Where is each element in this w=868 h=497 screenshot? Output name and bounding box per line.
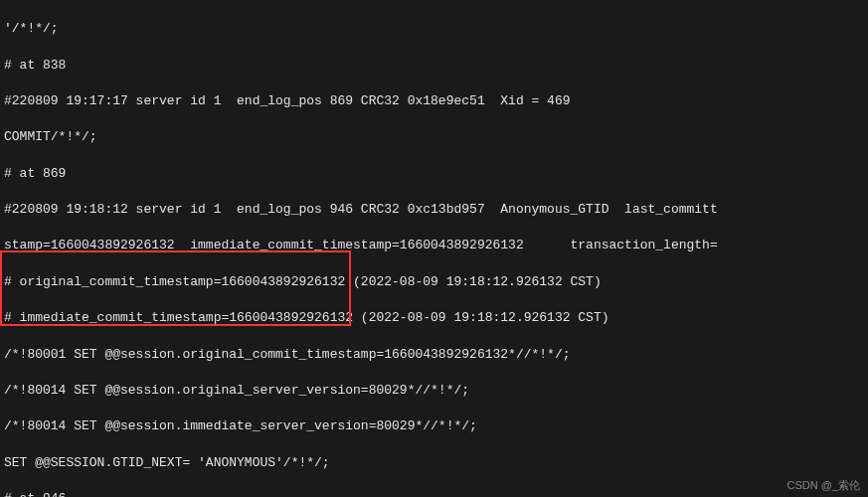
log-line: #220809 19:18:12 server id 1 end_log_pos… <box>4 201 864 219</box>
log-line: # at 869 <box>4 165 864 183</box>
log-line: /*!80001 SET @@session.original_commit_t… <box>4 346 864 364</box>
log-line: /*!80014 SET @@session.immediate_server_… <box>4 417 864 435</box>
log-line: SET @@SESSION.GTID_NEXT= 'ANONYMOUS'/*!*… <box>4 454 864 472</box>
terminal-output[interactable]: '/*!*/; # at 838 #220809 19:17:17 server… <box>0 0 868 497</box>
log-line-highlighted: # at 946 <box>4 490 864 497</box>
watermark-text: CSDN @_索伦 <box>786 478 860 493</box>
log-line: stamp=1660043892926132 immediate_commit_… <box>4 237 864 254</box>
log-line: COMMIT/*!*/; <box>4 128 864 146</box>
log-line: # immediate_commit_timestamp=16600438929… <box>4 309 864 327</box>
log-line: '/*!*/; <box>4 20 864 38</box>
log-line: /*!80014 SET @@session.original_server_v… <box>4 382 864 400</box>
log-line: # original_commit_timestamp=166004389292… <box>4 273 864 291</box>
log-line: #220809 19:17:17 server id 1 end_log_pos… <box>4 92 864 110</box>
log-line: # at 838 <box>4 57 864 75</box>
